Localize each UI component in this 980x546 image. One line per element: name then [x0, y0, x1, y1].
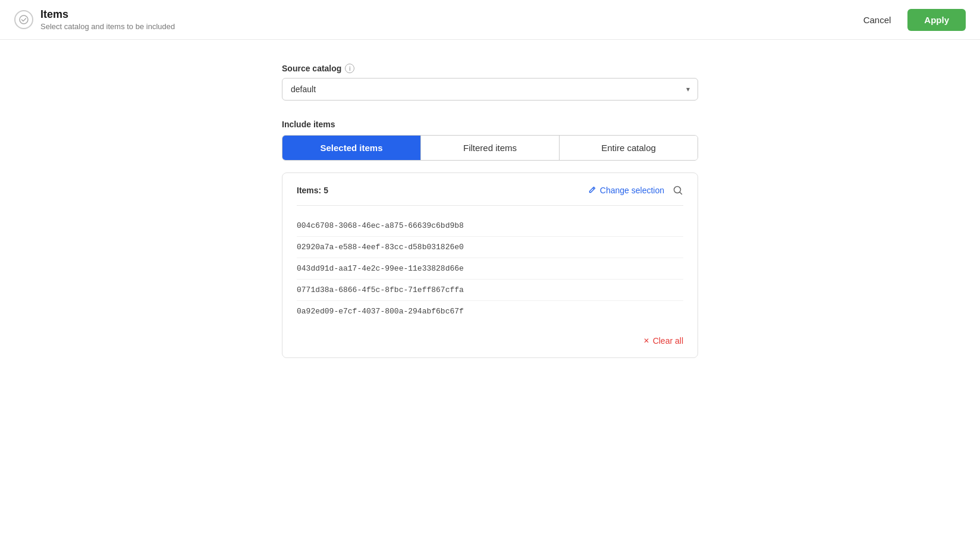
source-catalog-select-wrapper: default catalog-1 catalog-2 ▾: [282, 78, 698, 101]
item-list: 004c6708-3068-46ec-a875-66639c6bd9b80292…: [297, 215, 683, 322]
form-section: Source catalog i default catalog-1 catal…: [282, 64, 698, 377]
items-box-actions: Change selection: [588, 185, 683, 196]
items-box: Items: 5 Change: [282, 172, 698, 358]
page-title: Items: [40, 8, 175, 21]
source-catalog-group: Source catalog i default catalog-1 catal…: [282, 64, 698, 101]
items-box-header: Items: 5 Change: [297, 185, 683, 196]
tab-filtered-items[interactable]: Filtered items: [421, 136, 560, 160]
tab-entire-catalog[interactable]: Entire catalog: [560, 136, 698, 160]
list-item: 0771d38a-6866-4f5c-8fbc-71eff867cffa: [297, 280, 683, 301]
info-icon[interactable]: i: [345, 64, 354, 73]
tab-selected-items[interactable]: Selected items: [282, 136, 421, 160]
check-icon: [14, 10, 33, 29]
svg-point-0: [20, 15, 28, 24]
close-icon: ✕: [643, 337, 649, 345]
list-item: 0a92ed09-e7cf-4037-800a-294abf6bc67f: [297, 301, 683, 322]
apply-button[interactable]: Apply: [907, 9, 966, 31]
source-catalog-label: Source catalog i: [282, 64, 698, 73]
page-subtitle: Select catalog and items to be included: [40, 22, 175, 31]
cancel-button[interactable]: Cancel: [854, 10, 901, 30]
page-wrapper: Items Select catalog and items to be inc…: [0, 0, 980, 546]
divider: [297, 205, 683, 206]
include-items-label: Include items: [282, 120, 698, 129]
source-catalog-select[interactable]: default catalog-1 catalog-2: [282, 78, 698, 101]
header-left: Items Select catalog and items to be inc…: [14, 8, 175, 31]
change-selection-button[interactable]: Change selection: [588, 186, 664, 196]
items-count-value: 5: [323, 186, 328, 195]
items-count: Items: 5: [297, 186, 328, 195]
pencil-icon: [588, 186, 596, 196]
svg-point-1: [674, 187, 681, 193]
clear-all-button[interactable]: ✕ Clear all: [643, 336, 683, 346]
list-item: 02920a7a-e588-4eef-83cc-d58b031826e0: [297, 237, 683, 258]
main-content: Source catalog i default catalog-1 catal…: [0, 40, 980, 401]
items-box-footer: ✕ Clear all: [297, 331, 683, 346]
header-actions: Cancel Apply: [854, 9, 966, 31]
include-items-group: Include items Selected items Filtered it…: [282, 120, 698, 358]
list-item: 004c6708-3068-46ec-a875-66639c6bd9b8: [297, 215, 683, 237]
include-items-tabs: Selected items Filtered items Entire cat…: [282, 135, 698, 161]
header-title-group: Items Select catalog and items to be inc…: [40, 8, 175, 31]
list-item: 043dd91d-aa17-4e2c-99ee-11e33828d66e: [297, 258, 683, 280]
header: Items Select catalog and items to be inc…: [0, 0, 980, 40]
search-icon-button[interactable]: [673, 185, 683, 196]
